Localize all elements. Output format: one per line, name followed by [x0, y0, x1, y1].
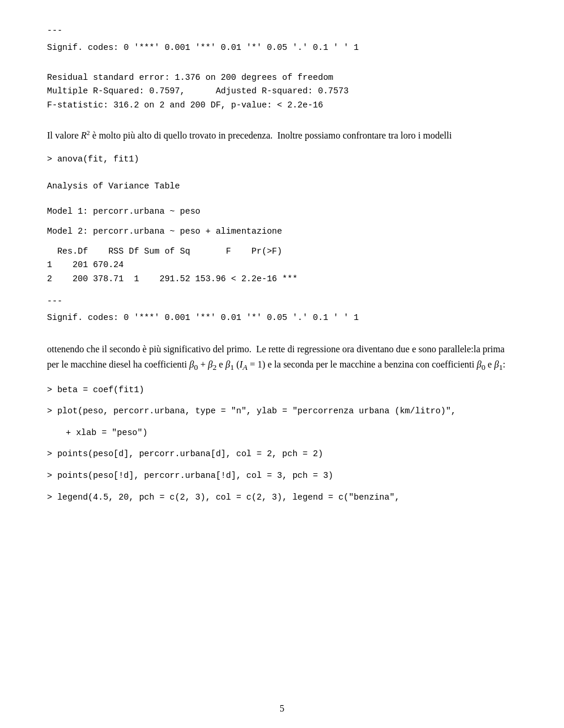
- prose-paragraph-2: ottenendo che il secondo è più significa…: [47, 342, 517, 375]
- anova-header-row: Res.Df RSS Df Sum of Sq F Pr(>F): [47, 245, 517, 258]
- rsquared-line: Multiple R-Squared: 0.7597, Adjusted R-s…: [47, 85, 517, 98]
- main-content: --- Signif. codes: 0 '***' 0.001 '**' 0.…: [47, 23, 517, 504]
- residual-line: Residual standard error: 1.376 on 200 de…: [47, 71, 517, 85]
- model1-line: Model 1: percorr.urbana ~ peso: [47, 204, 517, 219]
- signif-codes-2: Signif. codes: 0 '***' 0.001 '**' 0.01 '…: [47, 311, 517, 325]
- separator-line-1: ---: [47, 23, 517, 38]
- code-plot-cont: + xlab = "peso"): [47, 426, 517, 440]
- anova-table-title: Analysis of Variance Table: [47, 179, 517, 194]
- code-points2: > points(peso[!d], percorr.urbana[!d], c…: [47, 469, 517, 483]
- fstat-line: F-statistic: 316.2 on 2 and 200 DF, p-va…: [47, 99, 517, 112]
- anova-header: Res.Df RSS Df Sum of Sq F Pr(>F): [47, 245, 303, 258]
- anova-row-1: 1 201 670.24: [47, 258, 517, 272]
- prose-paragraph-1: Il valore R2 è molto più alto di quello …: [47, 127, 517, 144]
- r-squared-math: R2: [81, 130, 90, 140]
- model2-line: Model 2: percorr.urbana ~ peso + aliment…: [47, 224, 517, 239]
- anova-table: Res.Df RSS Df Sum of Sq F Pr(>F) 1 201 6…: [47, 245, 517, 286]
- separator-line-2: ---: [47, 294, 517, 309]
- page-number: 5: [280, 703, 284, 714]
- signif-codes-1: Signif. codes: 0 '***' 0.001 '**' 0.01 '…: [47, 41, 517, 55]
- code-points1: > points(peso[d], percorr.urbana[d], col…: [47, 447, 517, 461]
- code-legend: > legend(4.5, 20, pch = c(2, 3), col = c…: [47, 490, 517, 505]
- code-anova-call: > anova(fit, fit1): [47, 152, 517, 167]
- code-plot: > plot(peso, percorr.urbana, type = "n",…: [47, 404, 517, 419]
- anova-row-2: 2 200 378.71 1 291.52 153.96 < 2.2e-16 *…: [47, 272, 517, 286]
- stats-block: Residual standard error: 1.376 on 200 de…: [47, 71, 517, 112]
- code-beta: > beta = coef(fit1): [47, 383, 517, 397]
